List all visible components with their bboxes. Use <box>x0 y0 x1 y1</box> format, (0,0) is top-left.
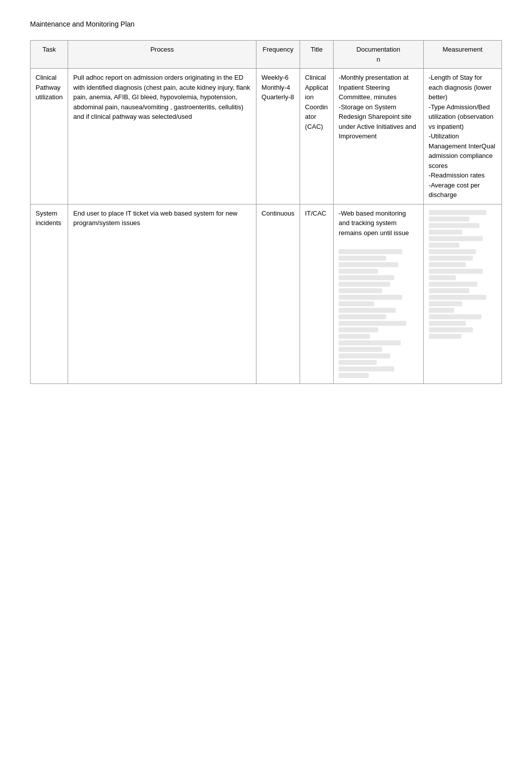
documentation-text-2: -Web based monitoring and tracking syste… <box>339 210 409 237</box>
maintenance-table: Task Process Frequency Title Documentati… <box>30 40 502 384</box>
documentation-cell-1: -Monthly presentation at Inpatient Steer… <box>334 69 423 205</box>
title-cell-2: IT/CAC <box>300 204 333 383</box>
col-header-process: Process <box>68 41 256 69</box>
page-title: Maintenance and Monitoring Plan <box>30 20 502 28</box>
measurement-text-1: -Length of Stay for each diagnosis (lowe… <box>429 74 495 199</box>
process-text-2: End user to place IT ticket via web base… <box>73 210 237 227</box>
measurement-cell-1: -Length of Stay for each diagnosis (lowe… <box>423 69 501 205</box>
table-row: Systemincidents End user to place IT tic… <box>31 204 502 383</box>
frequency-text-1: Weekly-6Monthly-4Quarterly-8 <box>261 74 294 101</box>
col-header-measurement: Measurement <box>423 41 501 69</box>
table-row: ClinicalPathwayutilization Pull adhoc re… <box>31 69 502 205</box>
task-label-2: Systemincidents <box>36 210 61 227</box>
frequency-cell-1: Weekly-6Monthly-4Quarterly-8 <box>256 69 300 205</box>
task-label-1: ClinicalPathwayutilization <box>36 74 63 101</box>
title-text-2: IT/CAC <box>305 210 327 217</box>
col-header-documentation: Documentationn <box>334 41 423 69</box>
col-header-title: Title <box>300 41 333 69</box>
task-cell-1: ClinicalPathwayutilization <box>31 69 68 205</box>
col-header-frequency: Frequency <box>256 41 300 69</box>
process-cell-1: Pull adhoc report on admission orders or… <box>68 69 256 205</box>
frequency-cell-2: Continuous <box>256 204 300 383</box>
frequency-text-2: Continuous <box>261 210 295 217</box>
title-text-1: ClinicalApplicationCoordinator(CAC) <box>305 74 328 130</box>
task-cell-2: Systemincidents <box>31 204 68 383</box>
col-header-task: Task <box>31 41 68 69</box>
measurement-cell-2 <box>423 204 501 383</box>
process-text-1: Pull adhoc report on admission orders or… <box>73 74 250 120</box>
title-cell-1: ClinicalApplicationCoordinator(CAC) <box>300 69 333 205</box>
documentation-text-1: -Monthly presentation at Inpatient Steer… <box>339 74 416 140</box>
process-cell-2: End user to place IT ticket via web base… <box>68 204 256 383</box>
documentation-cell-2: -Web based monitoring and tracking syste… <box>334 204 423 383</box>
